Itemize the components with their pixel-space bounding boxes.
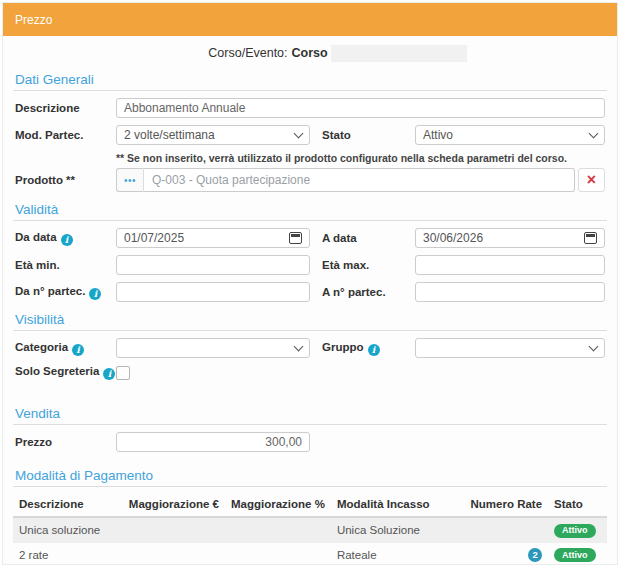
gruppo-select[interactable] <box>415 338 605 358</box>
da-n-partec-label: Da n° partec.i <box>15 285 116 300</box>
eta-min-input[interactable] <box>116 255 310 275</box>
prodotto-note: ** Se non inserito, verrà utilizzato il … <box>116 152 607 164</box>
mod-partec-label: Mod. Partec. <box>15 129 116 141</box>
section-dati-generali: Dati Generali <box>13 62 607 91</box>
col-maggiorazione-pct: Maggiorazione % <box>225 491 331 517</box>
info-icon[interactable]: i <box>103 368 115 380</box>
a-n-partec-input[interactable] <box>415 282 605 302</box>
mod-partec-select[interactable]: 2 volte/settimana <box>116 125 310 145</box>
gruppo-label: Gruppoi <box>322 341 415 356</box>
prezzo-input[interactable] <box>116 432 310 452</box>
a-data-value: 30/06/2026 <box>423 231 483 245</box>
chevron-down-icon <box>589 342 599 352</box>
row-descrizione: Descrizione <box>13 98 607 118</box>
payment-methods-table: Descrizione Maggiorazione € Maggiorazion… <box>13 491 607 565</box>
prodotto-input[interactable] <box>144 168 575 192</box>
col-descrizione: Descrizione <box>13 491 123 517</box>
info-icon[interactable]: i <box>61 234 73 246</box>
chevron-down-icon <box>294 342 304 352</box>
row-categoria-gruppo: Categoriai Gruppoi <box>13 338 607 358</box>
prodotto-clear-button[interactable]: × <box>578 168 605 192</box>
row-date: Da datai 01/07/2025 A data 30/06/2026 <box>13 228 607 248</box>
title-highlight-box <box>331 45 467 62</box>
prezzo-label: Prezzo <box>15 436 116 448</box>
da-data-input[interactable]: 01/07/2025 <box>116 228 310 248</box>
panel-header: Prezzo <box>3 3 617 36</box>
a-data-label: A data <box>322 232 415 244</box>
a-data-input[interactable]: 30/06/2026 <box>415 228 605 248</box>
prodotto-label: Prodotto ** <box>15 174 116 186</box>
da-n-partec-input[interactable] <box>116 282 310 302</box>
calendar-icon <box>584 232 597 244</box>
course-event-label: Corso/Evento: <box>208 46 287 60</box>
eta-min-label: Età min. <box>15 259 116 271</box>
chevron-down-icon <box>589 129 599 139</box>
mod-partec-selected: 2 volte/settimana <box>124 128 215 142</box>
calendar-icon <box>289 232 302 244</box>
chevron-down-icon <box>294 129 304 139</box>
payment-row[interactable]: 2 rate Rateale 2 Attivo <box>13 543 607 566</box>
descrizione-input[interactable] <box>116 98 605 118</box>
row-solo-segreteria: Solo Segreteriai <box>13 365 607 380</box>
close-icon: × <box>587 172 596 188</box>
stato-select[interactable]: Attivo <box>415 125 605 145</box>
status-badge: Attivo <box>554 548 596 562</box>
prezzo-panel: Prezzo Corso/Evento: Corso Dati Generali… <box>2 2 618 565</box>
course-event-title: Corso/Evento: Corso <box>13 44 607 62</box>
row-prezzo: Prezzo <box>13 432 607 452</box>
categoria-label: Categoriai <box>15 341 116 356</box>
section-vendita: Vendita <box>13 380 607 425</box>
solo-segreteria-checkbox[interactable] <box>116 366 130 380</box>
a-n-partec-label: A n° partec. <box>322 286 415 298</box>
section-modalita-pagamento: Modalità di Pagamento <box>13 452 607 487</box>
rate-count-badge: 2 <box>528 548 542 562</box>
prodotto-group: ••• <box>116 168 575 192</box>
payment-row[interactable]: Unica soluzione Unica Soluzione Attivo <box>13 517 607 543</box>
eta-max-label: Età max. <box>322 259 415 271</box>
eta-max-input[interactable] <box>415 255 605 275</box>
row-eta: Età min. Età max. <box>13 255 607 275</box>
info-icon[interactable]: i <box>89 288 101 300</box>
ellipsis-icon: ••• <box>124 175 136 186</box>
col-stato: Stato <box>548 491 607 517</box>
section-visibilita: Visibilità <box>13 302 607 331</box>
info-icon[interactable]: i <box>368 344 380 356</box>
row-prodotto: Prodotto ** ••• × <box>13 168 607 192</box>
col-maggiorazione-eur: Maggiorazione € <box>123 491 225 517</box>
prodotto-picker-button[interactable]: ••• <box>116 168 144 192</box>
panel-title: Prezzo <box>15 13 52 27</box>
row-n-partec: Da n° partec.i A n° partec. <box>13 282 607 302</box>
row-mod-partec-stato: Mod. Partec. 2 volte/settimana Stato Att… <box>13 125 607 145</box>
panel-body: Corso/Evento: Corso Dati Generali Descri… <box>3 44 617 565</box>
status-badge: Attivo <box>554 524 596 538</box>
stato-selected: Attivo <box>423 128 453 142</box>
solo-segreteria-label: Solo Segreteriai <box>15 365 116 380</box>
da-data-value: 01/07/2025 <box>124 231 184 245</box>
col-modalita-incasso: Modalità Incasso <box>331 491 454 517</box>
section-validita: Validità <box>13 192 607 221</box>
course-event-value: Corso <box>292 46 328 60</box>
stato-label: Stato <box>322 129 415 141</box>
col-numero-rate: Numero Rate <box>454 491 548 517</box>
descrizione-label: Descrizione <box>15 102 116 114</box>
payment-table-header: Descrizione Maggiorazione € Maggiorazion… <box>13 491 607 517</box>
da-data-label: Da datai <box>15 231 116 246</box>
info-icon[interactable]: i <box>72 344 84 356</box>
categoria-select[interactable] <box>116 338 310 358</box>
